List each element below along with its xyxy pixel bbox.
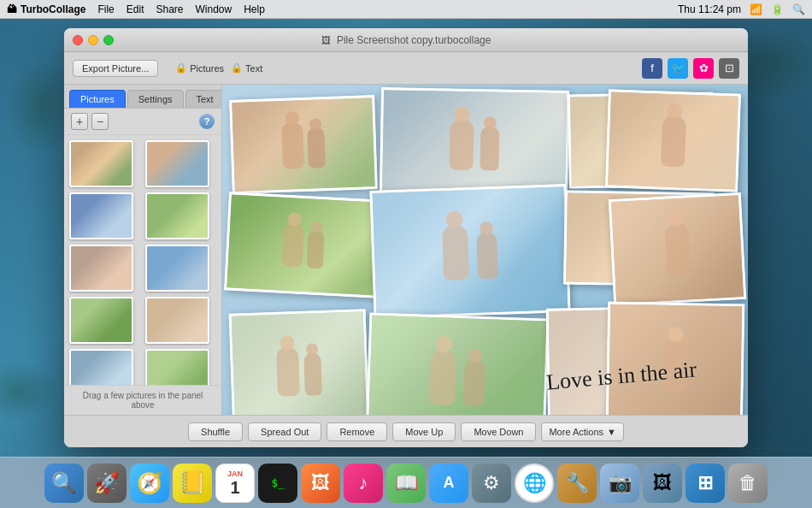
window-title-text: Pile Screenshot copy.turbocollage bbox=[337, 34, 491, 46]
minimize-button[interactable] bbox=[88, 35, 98, 45]
thumbnail-6[interactable] bbox=[145, 245, 209, 292]
dock-notes[interactable]: 📒 bbox=[173, 464, 212, 503]
menu-window[interactable]: Window bbox=[196, 3, 232, 15]
lock-pictures[interactable]: 🔒 Pictures bbox=[175, 62, 224, 74]
thumbnail-2[interactable] bbox=[145, 140, 209, 187]
menu-time: Thu 11:24 pm bbox=[678, 3, 741, 15]
dock-photos[interactable]: 📷 bbox=[600, 464, 639, 503]
lock-text[interactable]: 🔒 Text bbox=[231, 62, 262, 74]
dock-xcode[interactable]: 🔧 bbox=[557, 464, 597, 503]
lock-pictures-label: Pictures bbox=[190, 63, 224, 74]
remove-picture-button[interactable]: − bbox=[91, 113, 109, 130]
thumbnail-10[interactable] bbox=[145, 349, 209, 385]
thumbnail-3[interactable] bbox=[69, 192, 133, 239]
toolbar: Export Picture... 🔒 Pictures 🔒 Text f 🐦 … bbox=[64, 52, 748, 85]
flickr-button[interactable]: ✿ bbox=[693, 58, 714, 79]
tab-bar: Pictures Settings Text bbox=[64, 85, 221, 109]
move-up-button[interactable]: Move Up bbox=[392, 422, 456, 441]
thumbnail-7[interactable] bbox=[69, 297, 133, 344]
app-name: TurboCollage bbox=[21, 3, 85, 15]
titlebar: 🖼 Pile Screenshot copy.turbocollage bbox=[64, 28, 748, 52]
thumbnail-grid bbox=[64, 135, 221, 385]
menu-edit[interactable]: Edit bbox=[127, 3, 144, 15]
dock-calendar[interactable]: JAN 1 bbox=[215, 464, 255, 503]
collage-photo-10[interactable] bbox=[366, 312, 550, 415]
more-actions-label: More Actions bbox=[549, 427, 603, 437]
more-actions-arrow-icon: ▼ bbox=[607, 427, 616, 437]
collage-photo-8[interactable] bbox=[609, 192, 746, 306]
spread-out-button[interactable]: Spread Out bbox=[248, 422, 321, 441]
collage-canvas[interactable]: Love is in the air bbox=[222, 85, 748, 415]
close-button[interactable] bbox=[73, 35, 83, 45]
app-window: 🖼 Pile Screenshot copy.turbocollage Expo… bbox=[64, 28, 748, 447]
panel-hint: Drag a few pictures in the panel above bbox=[64, 385, 221, 415]
traffic-lights bbox=[73, 35, 114, 45]
dock-calendar-date: 1 bbox=[230, 478, 239, 497]
thumbnail-8[interactable] bbox=[145, 297, 209, 344]
dock-finder[interactable]: 🔍 bbox=[44, 464, 84, 503]
menubar: 🏔 TurboCollage File Edit Share Window He… bbox=[0, 0, 812, 19]
dock-parallels[interactable]: ⊞ bbox=[685, 464, 725, 503]
action-bar: Shuffle Spread Out Remove Move Up Move D… bbox=[64, 415, 748, 447]
canvas-area[interactable]: Love is in the air bbox=[222, 85, 748, 415]
share-button[interactable]: ⊡ bbox=[719, 58, 739, 79]
desktop: 🖼 Pile Screenshot copy.turbocollage Expo… bbox=[0, 19, 812, 457]
collage-photo-1[interactable] bbox=[229, 95, 378, 194]
lock-text-label: Text bbox=[245, 63, 262, 74]
panel-actions: + − ? bbox=[64, 109, 221, 135]
window-title: 🖼 Pile Screenshot copy.turbocollage bbox=[321, 34, 491, 46]
collage-photo-5[interactable] bbox=[224, 192, 383, 298]
dock: 🔍 🚀 🧭 📒 JAN 1 $_ 🖼 ♪ 📖 A ⚙ 🌐 🔧 📷 🖼 ⊞ 🗑 bbox=[0, 457, 812, 508]
tab-pictures[interactable]: Pictures bbox=[69, 90, 126, 108]
collage-photo-12[interactable] bbox=[606, 302, 745, 415]
dock-trash[interactable]: 🗑 bbox=[728, 464, 768, 503]
move-down-button[interactable]: Move Down bbox=[461, 422, 536, 441]
dock-chrome[interactable]: 🌐 bbox=[515, 464, 554, 503]
dock-turbocollage[interactable]: 🖼 bbox=[301, 464, 340, 503]
apple-icon: 🏔 bbox=[7, 3, 17, 15]
twitter-button[interactable]: 🐦 bbox=[668, 58, 688, 79]
thumbnail-4[interactable] bbox=[145, 192, 209, 239]
dock-itunes[interactable]: ♪ bbox=[344, 464, 383, 503]
dock-terminal[interactable]: $_ bbox=[258, 464, 297, 503]
menubar-right: Thu 11:24 pm 📶 🔋 🔍 bbox=[678, 3, 805, 15]
collage-photo-9[interactable] bbox=[229, 309, 370, 415]
dock-system-preferences[interactable]: ⚙ bbox=[472, 464, 511, 503]
add-picture-button[interactable]: + bbox=[71, 113, 88, 130]
tab-text[interactable]: Text bbox=[185, 90, 223, 108]
collage-photo-6[interactable] bbox=[369, 184, 570, 319]
dock-appstore[interactable]: A bbox=[429, 464, 468, 503]
lock-group: 🔒 Pictures 🔒 Text bbox=[175, 62, 262, 74]
dock-launchpad[interactable]: 🚀 bbox=[87, 464, 127, 503]
app-logo: 🏔 TurboCollage bbox=[7, 3, 85, 15]
facebook-button[interactable]: f bbox=[642, 58, 662, 79]
more-actions-button[interactable]: More Actions ▼ bbox=[541, 422, 623, 441]
main-content: Pictures Settings Text + − ? bbox=[64, 85, 748, 415]
menu-share[interactable]: Share bbox=[156, 3, 183, 15]
thumbnail-5[interactable] bbox=[69, 245, 133, 292]
social-buttons: f 🐦 ✿ ⊡ bbox=[642, 58, 739, 79]
shuffle-button[interactable]: Shuffle bbox=[188, 422, 243, 441]
thumbnail-1[interactable] bbox=[69, 140, 133, 187]
remove-button[interactable]: Remove bbox=[327, 422, 387, 441]
help-button[interactable]: ? bbox=[199, 114, 215, 129]
menu-file[interactable]: File bbox=[97, 3, 114, 15]
collage-photo-4[interactable] bbox=[605, 89, 741, 192]
menu-wifi-icon: 📶 bbox=[750, 3, 762, 15]
lock-pictures-icon: 🔒 bbox=[175, 62, 187, 74]
fullscreen-button[interactable] bbox=[103, 35, 114, 45]
menu-search-icon[interactable]: 🔍 bbox=[792, 3, 805, 15]
menu-battery-icon: 🔋 bbox=[771, 3, 784, 15]
thumbnail-9[interactable] bbox=[69, 349, 133, 385]
dock-ibooks[interactable]: 📖 bbox=[386, 464, 426, 503]
dock-photo-stream[interactable]: 🖼 bbox=[643, 464, 682, 503]
dock-safari[interactable]: 🧭 bbox=[130, 464, 169, 503]
window-icon: 🖼 bbox=[321, 35, 331, 45]
dock-calendar-month: JAN bbox=[227, 470, 243, 478]
export-button[interactable]: Export Picture... bbox=[73, 60, 158, 77]
menu-help[interactable]: Help bbox=[244, 3, 265, 15]
left-panel: Pictures Settings Text + − ? bbox=[64, 85, 222, 415]
tab-settings[interactable]: Settings bbox=[127, 90, 184, 108]
lock-text-icon: 🔒 bbox=[231, 62, 243, 74]
